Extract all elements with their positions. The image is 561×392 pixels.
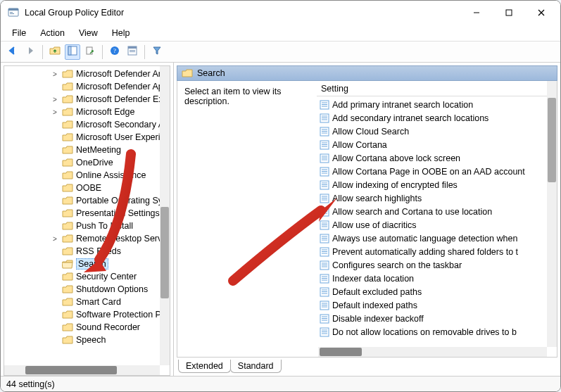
tree-item[interactable]: Sound Recorder [4, 321, 170, 334]
svg-rect-84 [322, 320, 327, 320]
tree-item[interactable]: Presentation Settings [4, 207, 170, 220]
svg-rect-27 [322, 131, 327, 132]
tree-item-label: Microsoft User Experienc [76, 132, 170, 142]
arrow-left-icon [8, 46, 18, 58]
tree-item[interactable]: Shutdown Options [4, 283, 170, 296]
tree-item[interactable]: Microsoft Defender App [4, 80, 170, 93]
minimize-button[interactable] [460, 2, 493, 23]
setting-item[interactable]: Allow Cloud Search [317, 125, 557, 138]
setting-item[interactable]: Do not allow locations on removable driv… [317, 325, 557, 339]
details-pane: Search Select an item to view its descri… [174, 63, 560, 376]
tree-item-label: Microsoft Edge [76, 107, 134, 117]
back-button[interactable] [5, 44, 20, 60]
chevron-right-icon[interactable]: > [51, 70, 59, 78]
tree-item-label: Sound Recorder [76, 322, 140, 332]
up-button[interactable] [47, 44, 63, 60]
tab-standard[interactable]: Standard [230, 360, 282, 373]
setting-item[interactable]: Allow search and Cortana to use location [317, 205, 557, 218]
policy-setting-icon [320, 327, 329, 337]
tree-item[interactable]: >Microsoft Defender Anti [4, 68, 170, 80]
setting-item[interactable]: Add secondary intranet search locations [317, 111, 557, 125]
folder-icon [62, 246, 73, 256]
setting-item[interactable]: Indexer data location [317, 272, 557, 285]
menu-view[interactable]: View [72, 26, 105, 40]
chevron-right-icon[interactable]: > [51, 235, 59, 243]
setting-item[interactable]: Configures search on the taskbar [317, 258, 557, 272]
tree-item[interactable]: OOBE [4, 182, 170, 194]
menu-file[interactable]: File [5, 26, 33, 40]
setting-item[interactable]: Allow Cortana above lock screen [317, 151, 557, 165]
setting-item[interactable]: Allow search highlights [317, 191, 557, 205]
setting-item[interactable]: Allow Cortana [317, 138, 557, 151]
scrollbar-thumb[interactable] [548, 98, 556, 182]
tree-item-label: OOBE [76, 183, 101, 193]
tree-item-label: Presentation Settings [76, 208, 160, 218]
export-icon [85, 46, 95, 58]
tree-item[interactable]: Microsoft User Experienc [4, 131, 170, 144]
menu-help[interactable]: Help [105, 26, 137, 40]
export-button[interactable] [82, 44, 98, 60]
tree-item[interactable]: NetMeeting [4, 144, 170, 156]
tree-item[interactable]: RSS Feeds [4, 245, 170, 258]
setting-item[interactable]: Always use automatic language detection … [317, 232, 557, 245]
folder-icon [62, 284, 73, 294]
svg-rect-26 [322, 129, 327, 129]
tree-item[interactable]: Smart Card [4, 296, 170, 308]
setting-item[interactable]: Add primary intranet search location [317, 98, 557, 111]
tree-item[interactable]: >Microsoft Edge [4, 106, 170, 118]
svg-rect-1 [8, 8, 18, 11]
chevron-right-icon[interactable]: > [51, 108, 59, 116]
folder-icon [62, 183, 73, 193]
svg-rect-47 [322, 198, 327, 198]
setting-item[interactable]: Allow use of diacritics [317, 218, 557, 232]
settings-horizontal-scrollbar[interactable] [318, 347, 547, 357]
filter-button[interactable] [149, 44, 165, 60]
tree-item[interactable]: Push To Install [4, 220, 170, 232]
svg-rect-60 [322, 239, 327, 240]
window-title: Local Group Policy Editor [25, 8, 460, 18]
tree-vertical-scrollbar[interactable] [160, 66, 170, 365]
menu-action[interactable]: Action [33, 26, 72, 40]
setting-item[interactable]: Default excluded paths [317, 285, 557, 298]
settings-vertical-scrollbar[interactable] [547, 81, 557, 347]
show-hide-tree-button[interactable] [65, 44, 80, 60]
tree-item[interactable]: Portable Operating Syste [4, 194, 170, 207]
scrollbar-thumb[interactable] [160, 207, 169, 298]
tree-item[interactable]: Microsoft Secondary Aut [4, 118, 170, 131]
tree-item[interactable]: Security Center [4, 270, 170, 283]
tree-item[interactable]: >Microsoft Defender Expl [4, 93, 170, 106]
tree-item[interactable]: Speech [4, 334, 170, 346]
policy-setting-icon [320, 314, 329, 324]
svg-rect-39 [322, 171, 327, 172]
properties-button[interactable] [125, 44, 140, 60]
scrollbar-thumb[interactable] [320, 348, 362, 356]
setting-item[interactable]: Disable indexer backoff [317, 312, 557, 325]
setting-item[interactable]: Allow indexing of encrypted files [317, 178, 557, 191]
svg-rect-66 [322, 263, 327, 263]
maximize-button[interactable] [493, 2, 525, 23]
chevron-right-icon[interactable]: > [51, 96, 59, 103]
toolbar: ? [1, 42, 560, 63]
help-button[interactable]: ? [107, 44, 122, 60]
tab-extended[interactable]: Extended [178, 360, 231, 373]
setting-item[interactable]: Prevent automatically adding shared fold… [317, 245, 557, 258]
policy-setting-icon [320, 127, 329, 137]
svg-text:?: ? [113, 47, 116, 54]
tree-horizontal-scrollbar[interactable] [4, 365, 160, 375]
scrollbar-thumb[interactable] [25, 366, 117, 374]
svg-rect-79 [322, 305, 327, 305]
tree-viewport: >Microsoft Defender AntiMicrosoft Defend… [4, 65, 170, 376]
svg-rect-3 [10, 13, 14, 14]
tree-item[interactable]: Search [4, 258, 170, 270]
tree-item[interactable]: >Remote Desktop Service [4, 232, 170, 245]
tree-item[interactable]: OneDrive [4, 156, 170, 169]
setting-item[interactable]: Allow Cortana Page in OOBE on an AAD acc… [317, 165, 557, 178]
tree-item[interactable]: Software Protection Platf [4, 308, 170, 321]
tree-item-label: Speech [76, 335, 106, 345]
settings-column-header[interactable]: Setting [317, 81, 557, 96]
tree-item[interactable]: Online Assistance [4, 169, 170, 182]
app-icon [8, 7, 19, 18]
close-button[interactable] [525, 2, 557, 23]
setting-item[interactable]: Default indexed paths [317, 298, 557, 312]
forward-button[interactable] [23, 44, 38, 60]
